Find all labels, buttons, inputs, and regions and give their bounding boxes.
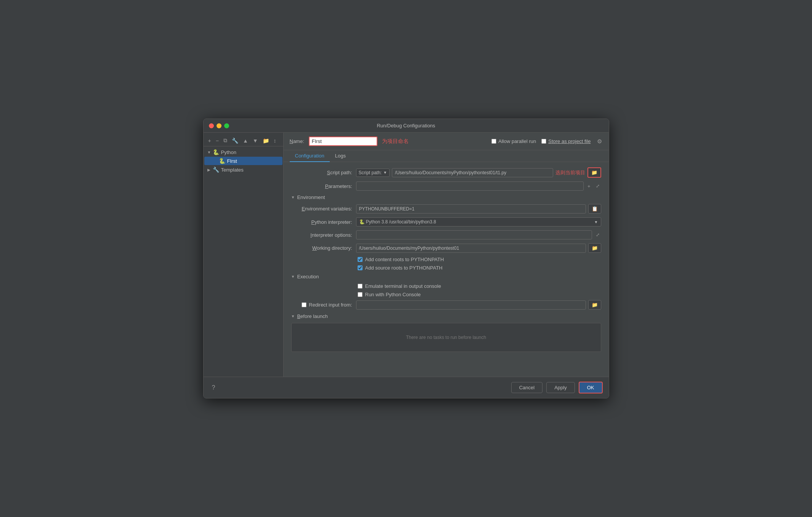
move-up-button[interactable]: ▲ [241, 137, 250, 145]
project-file-gear-button[interactable]: ⚙ [596, 137, 603, 146]
config-body: Script path: Script path: ▼ 选则当前项目 📁 P [284, 162, 609, 377]
redirect-browse-button[interactable]: 📁 [588, 300, 601, 310]
redirect-input-field[interactable] [356, 300, 586, 310]
close-button[interactable] [209, 123, 214, 128]
redirect-input-row: Redirect input from: 📁 [291, 300, 601, 310]
execution-section-header: ▼ Execution [291, 274, 601, 279]
first-python-icon: 🐍 [219, 158, 225, 164]
interpreter-options-input-group: ⤢ [356, 230, 601, 239]
name-right-controls: Allow parallel run Store as project file… [491, 137, 602, 146]
apply-button[interactable]: Apply [546, 382, 575, 393]
name-bar: Name: 为项目命名 Allow parallel run Store as … [284, 133, 609, 150]
store-as-text: Store as project file [548, 138, 591, 144]
help-button[interactable]: ? [210, 383, 218, 392]
store-as-project-checkbox[interactable] [541, 139, 546, 144]
add-source-roots-row: Add source roots to PYTHONPATH [291, 265, 601, 271]
add-content-roots-checkbox[interactable] [358, 257, 363, 262]
sidebar-templates-label: Templates [221, 167, 244, 173]
redirect-input-label[interactable]: Redirect input from: [309, 302, 352, 308]
folder-button[interactable]: 📁 [261, 137, 271, 145]
script-path-input[interactable] [392, 168, 553, 177]
right-panel: Name: 为项目命名 Allow parallel run Store as … [284, 133, 609, 377]
params-expand-button[interactable]: ⤢ [594, 183, 601, 189]
script-annotation: 选则当前项目 [555, 169, 585, 176]
emulate-terminal-checkbox[interactable] [358, 284, 363, 289]
allow-parallel-label[interactable]: Allow parallel run [491, 138, 536, 144]
interpreter-value: 🐍 Python 3.8 /usr/local/bin/python3.8 [359, 219, 436, 225]
bottom-bar: ? Cancel Apply OK [204, 377, 609, 398]
script-path-row: Script path: Script path: ▼ 选则当前项目 📁 [291, 167, 601, 178]
env-variables-label: Environment variables: [291, 206, 352, 212]
window-controls [209, 123, 229, 128]
settings-button[interactable]: 🔧 [230, 137, 240, 145]
name-field-label: Name: [290, 138, 304, 144]
interpreter-options-input[interactable] [356, 230, 592, 239]
env-variables-input-group: 📋 [356, 204, 601, 214]
titlebar: Run/Debug Configurations [204, 119, 609, 133]
dialog-title: Run/Debug Configurations [377, 123, 435, 128]
sort-button[interactable]: ↕ [272, 137, 278, 145]
env-variables-row: Environment variables: 📋 [291, 204, 601, 214]
parameters-input[interactable] [356, 181, 584, 191]
bottom-left: ? [210, 383, 218, 392]
emulate-terminal-label[interactable]: Emulate terminal in output console [365, 283, 441, 289]
copy-config-button[interactable]: ⧉ [222, 136, 229, 145]
script-path-input-group: Script path: ▼ 选则当前项目 📁 [356, 167, 601, 178]
main-content: + − ⧉ 🔧 ▲ ▼ 📁 ↕ ▼ 🐍 Python 🐍 FIrst [204, 133, 609, 377]
parameters-label: Parameters: [291, 183, 352, 189]
name-input[interactable] [309, 136, 377, 146]
name-annotation: 为项目命名 [382, 138, 409, 145]
script-path-dropdown[interactable]: Script path: ▼ [356, 169, 390, 177]
add-content-roots-row: Add content roots to PYTHONPATH [291, 257, 601, 262]
environment-collapse-arrow[interactable]: ▼ [291, 195, 295, 199]
maximize-button[interactable] [224, 123, 229, 128]
execution-collapse-arrow[interactable]: ▼ [291, 275, 295, 279]
run-python-console-label[interactable]: Run with Python Console [365, 292, 421, 297]
store-as-project-label[interactable]: Store as project file [541, 138, 591, 144]
before-launch-collapse-arrow[interactable]: ▼ [291, 314, 295, 318]
params-add-button[interactable]: + [586, 183, 592, 190]
templates-icon: 🔧 [213, 167, 219, 173]
env-variables-browse-button[interactable]: 📋 [588, 204, 601, 214]
parameters-row: Parameters: + ⤢ [291, 181, 601, 191]
add-content-roots-label[interactable]: Add content roots to PYTHONPATH [365, 257, 444, 262]
working-directory-browse-button[interactable]: 📁 [588, 243, 601, 253]
env-variables-input[interactable] [356, 204, 586, 214]
interpreter-options-expand-button[interactable]: ⤢ [594, 231, 601, 238]
allow-parallel-text: Allow parallel run [498, 138, 536, 144]
remove-config-button[interactable]: − [214, 137, 220, 145]
working-directory-row: Working directory: 📁 [291, 243, 601, 253]
working-directory-input-group: 📁 [356, 243, 601, 253]
script-path-label: Script path: [291, 170, 352, 175]
sidebar: + − ⧉ 🔧 ▲ ▼ 📁 ↕ ▼ 🐍 Python 🐍 FIrst [204, 133, 284, 377]
working-directory-input[interactable] [356, 244, 586, 253]
minimize-button[interactable] [217, 123, 221, 128]
cancel-button[interactable]: Cancel [511, 382, 542, 393]
add-source-roots-checkbox[interactable] [358, 265, 363, 270]
redirect-input-group: 📁 [356, 300, 601, 310]
move-down-button[interactable]: ▼ [251, 137, 260, 145]
redirect-input-label-group: Redirect input from: [291, 302, 352, 308]
ok-button[interactable]: OK [579, 382, 603, 393]
add-config-button[interactable]: + [207, 137, 213, 145]
redirect-input-checkbox[interactable] [302, 302, 307, 307]
working-directory-label: Working directory: [291, 245, 352, 251]
tab-logs[interactable]: Logs [330, 150, 351, 162]
script-browse-button[interactable]: 📁 [587, 167, 601, 178]
interpreter-dropdown-arrow: ▼ [594, 220, 598, 224]
run-debug-dialog: Run/Debug Configurations + − ⧉ 🔧 ▲ ▼ 📁 ↕… [203, 119, 609, 398]
before-launch-empty: There are no tasks to run before launch [291, 323, 601, 352]
interpreter-input-group: 🐍 Python 3.8 /usr/local/bin/python3.8 ▼ [356, 217, 601, 226]
templates-expand-arrow: ▶ [207, 168, 213, 172]
sidebar-item-templates[interactable]: ▶ 🔧 Templates [204, 165, 282, 174]
interpreter-label: Python interpreter: [291, 219, 352, 225]
sidebar-item-first[interactable]: 🐍 FIrst [204, 157, 282, 165]
emulate-terminal-row: Emulate terminal in output console [291, 283, 601, 289]
run-python-console-checkbox[interactable] [358, 292, 363, 297]
allow-parallel-checkbox[interactable] [491, 139, 496, 144]
sidebar-item-python[interactable]: ▼ 🐍 Python [204, 148, 282, 156]
tab-configuration[interactable]: Configuration [290, 150, 330, 162]
add-source-roots-label[interactable]: Add source roots to PYTHONPATH [365, 265, 443, 271]
interpreter-select[interactable]: 🐍 Python 3.8 /usr/local/bin/python3.8 ▼ [356, 217, 601, 226]
sidebar-toolbar: + − ⧉ 🔧 ▲ ▼ 📁 ↕ [204, 135, 283, 146]
